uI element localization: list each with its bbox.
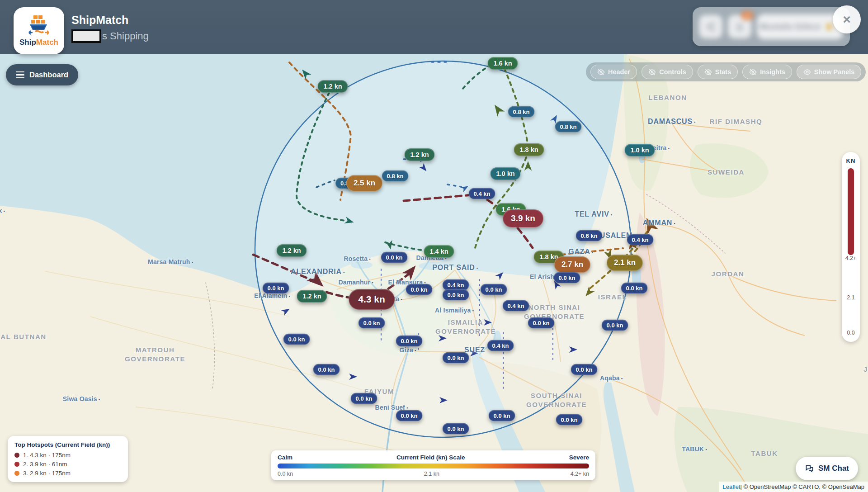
sm-chat-button[interactable]: SM Chat [796,457,858,480]
user-menu[interactable]: Mustafa Gökce ♛ ▾ [757,14,844,39]
map-label-rosetta: Rosetta▪ [344,255,370,262]
current-speed-badge[interactable]: 2.1 kn [607,255,643,271]
current-speed-badge[interactable]: 1.2 kn [317,80,348,93]
map-label-tabuk: TABUK▪ [682,445,707,453]
current-speed-badge[interactable]: 0.0 kn [528,317,555,329]
hotspots-list: 1. 4.3 kn · 175nm2. 3.9 kn · 61nm3. 2.9 … [14,452,121,477]
notification-badge: 16 [741,11,753,20]
current-speed-badge[interactable]: 1.2 kn [404,148,434,161]
current-speed-badge[interactable]: 0.0 kn [556,414,583,426]
close-icon: × [843,12,851,27]
current-speed-badge[interactable]: 3.9 kn [503,209,543,227]
place-name: SUWEIDA [708,168,745,176]
current-speed-badge[interactable]: 0.0 kn [489,410,515,421]
place-name: AMMAN [643,219,672,227]
current-speed-badge[interactable]: 1.8 kn [514,143,544,156]
notifications-button[interactable]: 16 [728,15,751,38]
attribution-text: | © OpenStreetMap © CARTO, © OpenSeaMap [741,483,864,490]
current-speed-badge[interactable]: 0.4 kn [627,234,654,246]
dashboard-label: Dashboard [29,71,68,79]
current-speed-badge[interactable]: 0.0 kn [443,423,469,435]
place-name: AL JAWF [863,356,868,373]
place-name: DAMASCUS [648,118,693,125]
current-speed-badge[interactable]: 1.0 kn [624,144,655,156]
current-speed-badge[interactable]: 1.4 kn [424,245,454,258]
place-name: Damanhur [338,279,370,286]
hotspot-text: 2. 3.9 kn · 61nm [23,461,67,468]
current-speed-badge[interactable]: 0.0 kn [359,317,385,329]
place-name: PORT SAID [432,264,475,271]
kn-tick-mid: 2.1 [842,294,860,301]
map-label-al-ismailiya: Al Ismailiya▪ [435,307,474,314]
current-speed-badge[interactable]: 0.0 kn [283,334,310,345]
current-speed-badge[interactable]: 0.0 kn [481,284,507,295]
toolbar-button-header[interactable]: Header [590,65,637,79]
chat-label: SM Chat [818,464,849,473]
current-speed-badge[interactable]: 0.0 kn [381,252,408,263]
hotspot-item: 3. 2.9 kn · 175nm [14,470,121,477]
chat-icon [805,464,814,473]
current-speed-badge[interactable]: 0.0 kn [443,289,469,301]
hotspot-dot [14,462,19,467]
current-speed-badge[interactable]: 0.4 kn [487,340,514,351]
current-speed-badge[interactable]: 0.0 kn [571,364,598,375]
bell-icon [735,22,745,32]
current-speed-badge[interactable]: 0.0 kn [406,284,433,295]
hotspot-text: 1. 4.3 kn · 175nm [23,452,71,459]
place-name: Giza [400,346,413,354]
place-marker-dot: ▪ [674,221,675,226]
current-speed-badge[interactable]: 0.8 kn [508,106,535,118]
user-panel-blurred: 16 Mustafa Gökce ♛ ▾ [693,7,850,46]
current-speed-badge[interactable]: 0.0 kn [263,283,289,294]
toolbar-button-stats[interactable]: Stats [698,65,738,79]
current-speed-badge[interactable]: 0.0 kn [602,320,628,331]
close-panel-button[interactable]: × [833,5,861,33]
scale-title: Current Field (kn) Scale [396,454,465,461]
current-speed-badge[interactable]: 4.3 kn [349,289,395,310]
current-speed-badge[interactable]: 0.0 kn [351,393,377,404]
current-speed-badge[interactable]: 0.0 kn [621,283,648,294]
current-speed-badge[interactable]: 0.4 kn [503,300,529,312]
scale-tick-mid: 2.1 kn [424,471,439,477]
current-speed-badge[interactable]: 0.0 kn [396,336,423,347]
map-attribution: Leaflet | © OpenStreetMap © CARTO, © Ope… [719,482,868,492]
dashboard-button[interactable]: Dashboard [6,64,78,85]
current-speed-badge[interactable]: 1.2 kn [297,290,327,303]
page-title: ShipMatch [71,14,149,27]
current-speed-badge[interactable]: 0.0 kn [396,410,423,421]
place-name: MATROUH GOVERNORATE [125,346,185,363]
toolbar-button-insights[interactable]: Insights [742,65,792,79]
toolbar-button-show-panels[interactable]: Show Panels [797,65,861,79]
place-name: TEL AVIV [575,210,609,218]
hotspot-text: 3. 2.9 kn · 175nm [23,470,71,477]
subtitle: s Shipping [71,29,149,43]
place-marker-dot: ▪ [99,397,100,402]
current-speed-badge[interactable]: 1.2 kn [276,244,307,257]
toolbar-button-controls[interactable]: Controls [642,65,693,79]
shipmatch-logo: ShipMatch [14,7,64,54]
current-speed-badge[interactable]: 0.0 kn [443,352,469,364]
place-name: Al Ismailiya [435,307,471,314]
current-speed-badge[interactable]: 2.5 kn [346,175,382,191]
current-speed-badge[interactable]: 1.6 kn [487,57,518,70]
place-marker-dot: ▪ [192,260,193,265]
map-label-suez: SUEZ [464,346,485,354]
map-label-tel-aviv: TEL AVIV▪ [575,210,612,218]
map-label-gaza: GAZA▪ [568,248,594,256]
current-speed-badge[interactable]: 0.6 kn [576,230,603,241]
current-speed-badge[interactable]: 1.0 kn [490,167,520,180]
current-speed-badge[interactable]: 0.0 kn [554,272,580,284]
current-speed-badge[interactable]: 0.0 kn [313,364,340,375]
leaflet-link[interactable]: Leaflet [723,483,741,490]
place-name: GAZA [568,248,590,255]
place-marker-dot: ▪ [372,280,373,285]
app-header: ShipMatch ShipMatch s Shipping 16 Mustaf… [0,0,868,54]
share-button[interactable] [699,15,722,38]
place-marker-dot: ▪ [611,213,613,217]
scale-tick-min: 0.0 kn [278,471,293,477]
current-speed-badge[interactable]: 0.8 kn [555,121,582,132]
current-speed-badge[interactable]: 2.7 kn [554,256,590,273]
current-speed-badge[interactable]: 0.8 kn [382,170,409,182]
current-speed-badge[interactable]: 0.4 kn [469,188,495,199]
map-label-matrouh: MATROUH GOVERNORATE [125,345,185,363]
